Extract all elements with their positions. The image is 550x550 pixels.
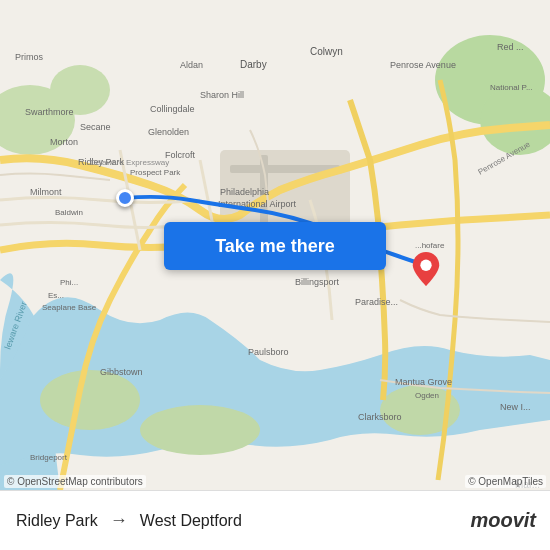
svg-text:Morton: Morton: [50, 137, 78, 147]
svg-text:Paulsboro: Paulsboro: [248, 347, 289, 357]
origin-marker: [116, 189, 134, 207]
svg-text:Red ...: Red ...: [497, 42, 524, 52]
svg-text:New I...: New I...: [500, 402, 531, 412]
svg-text:Phi...: Phi...: [60, 278, 78, 287]
svg-text:International Airport: International Airport: [218, 199, 297, 209]
svg-text:Milmont: Milmont: [30, 187, 62, 197]
svg-point-48: [420, 260, 431, 271]
svg-point-5: [40, 370, 140, 430]
svg-text:Prospect Park: Prospect Park: [130, 168, 181, 177]
svg-text:Clarksboro: Clarksboro: [358, 412, 402, 422]
svg-text:Secane: Secane: [80, 122, 111, 132]
svg-text:...hofare: ...hofare: [415, 241, 445, 250]
svg-text:Baldwin: Baldwin: [55, 208, 83, 217]
svg-text:Aldan: Aldan: [180, 60, 203, 70]
omt-attribution: © OpenMapTiles: [465, 475, 546, 488]
bottom-bar: Ridley Park → West Deptford moovit: [0, 490, 550, 550]
svg-text:National P...: National P...: [490, 83, 533, 92]
svg-text:Colwyn: Colwyn: [310, 46, 343, 57]
origin-label: Ridley Park: [16, 512, 98, 530]
moovit-logo: moovit: [470, 509, 536, 532]
svg-text:Primos: Primos: [15, 52, 44, 62]
svg-text:Collingdale: Collingdale: [150, 104, 195, 114]
destination-label: West Deptford: [140, 512, 242, 530]
svg-text:Swarthmore: Swarthmore: [25, 107, 74, 117]
svg-text:Sharon Hill: Sharon Hill: [200, 90, 244, 100]
svg-text:Darby: Darby: [240, 59, 267, 70]
svg-text:Gibbstown: Gibbstown: [100, 367, 143, 377]
svg-text:Folcroft: Folcroft: [165, 150, 196, 160]
arrow-icon: →: [110, 510, 128, 531]
destination-marker: [412, 252, 440, 290]
map-attribution: © OpenStreetMap contributors: [4, 475, 146, 488]
svg-text:Glenolden: Glenolden: [148, 127, 189, 137]
svg-text:Bridgeport: Bridgeport: [30, 453, 68, 462]
svg-point-6: [140, 405, 260, 455]
svg-text:Seaplane Base: Seaplane Base: [42, 303, 97, 312]
take-me-there-button[interactable]: Take me there: [164, 222, 386, 270]
svg-text:Paradise...: Paradise...: [355, 297, 398, 307]
svg-text:Penrose Avenue: Penrose Avenue: [390, 60, 456, 70]
svg-text:Delaware Expressway: Delaware Expressway: [90, 158, 169, 167]
svg-text:Billingsport: Billingsport: [295, 277, 340, 287]
svg-text:Es...: Es...: [48, 291, 64, 300]
svg-text:Ogden: Ogden: [415, 391, 439, 400]
map-container: Swarthmore Morton Secane Ridley Park Mil…: [0, 0, 550, 490]
svg-text:Mantua Grove: Mantua Grove: [395, 377, 452, 387]
moovit-text: moovit: [470, 509, 536, 532]
svg-text:Philadelphia: Philadelphia: [220, 187, 269, 197]
